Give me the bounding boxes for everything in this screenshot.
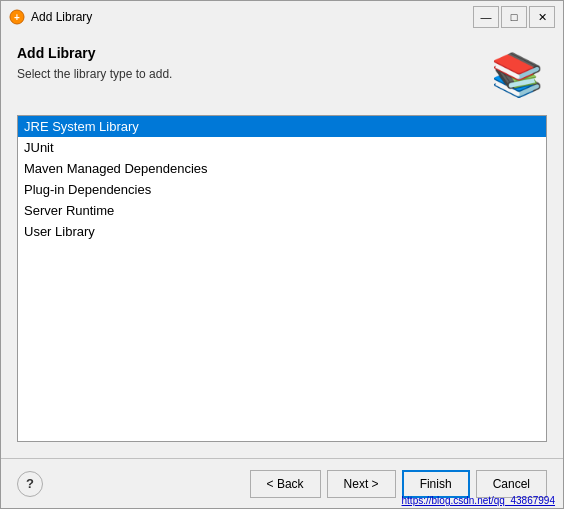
- books-icon: 📚: [487, 45, 547, 105]
- window-title: Add Library: [31, 10, 473, 24]
- list-item[interactable]: Server Runtime: [18, 200, 546, 221]
- title-bar: + Add Library — □ ✕: [1, 1, 563, 33]
- close-button[interactable]: ✕: [529, 6, 555, 28]
- svg-text:+: +: [14, 12, 20, 23]
- header-section: Add Library Select the library type to a…: [17, 45, 547, 105]
- finish-button[interactable]: Finish: [402, 470, 470, 498]
- dialog-icon: +: [9, 9, 25, 25]
- cancel-button[interactable]: Cancel: [476, 470, 547, 498]
- minimize-button[interactable]: —: [473, 6, 499, 28]
- dialog-subtitle: Select the library type to add.: [17, 67, 487, 81]
- dialog-content: Add Library Select the library type to a…: [1, 33, 563, 458]
- list-item[interactable]: Maven Managed Dependencies: [18, 158, 546, 179]
- header-text: Add Library Select the library type to a…: [17, 45, 487, 81]
- add-library-dialog: + Add Library — □ ✕ Add Library Select t…: [0, 0, 564, 509]
- list-item[interactable]: JUnit: [18, 137, 546, 158]
- library-list[interactable]: JRE System Library JUnit Maven Managed D…: [17, 115, 547, 442]
- help-button[interactable]: ?: [17, 471, 43, 497]
- list-item[interactable]: JRE System Library: [18, 116, 546, 137]
- watermark: https://blog.csdn.net/qq_43867994: [402, 495, 555, 506]
- next-button[interactable]: Next >: [327, 470, 396, 498]
- window-controls: — □ ✕: [473, 6, 555, 28]
- maximize-button[interactable]: □: [501, 6, 527, 28]
- back-button[interactable]: < Back: [250, 470, 321, 498]
- list-item[interactable]: User Library: [18, 221, 546, 242]
- list-item[interactable]: Plug-in Dependencies: [18, 179, 546, 200]
- dialog-title: Add Library: [17, 45, 487, 61]
